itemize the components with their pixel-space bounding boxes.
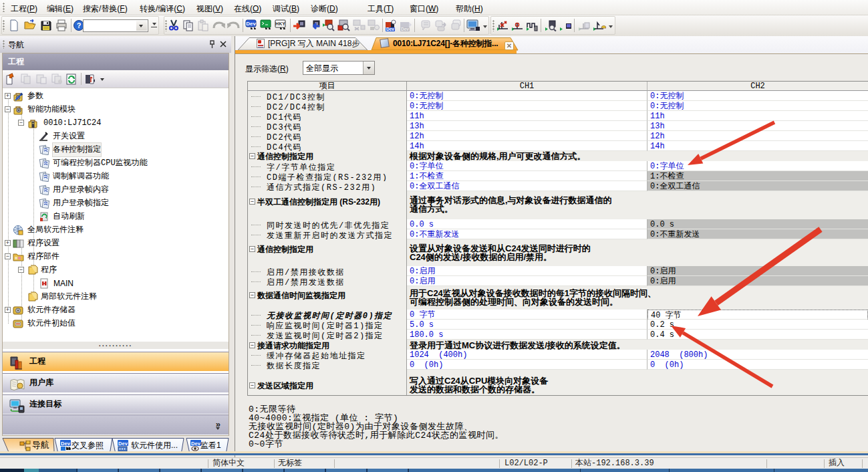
svg-text:Dev: Dev (386, 27, 394, 31)
svg-text:?: ? (77, 21, 82, 29)
svg-text:Dev: Dev (246, 21, 256, 27)
svg-text:Dev: Dev (191, 441, 201, 447)
svg-text:Dev: Dev (401, 27, 409, 31)
svg-text:Dev: Dev (61, 441, 71, 447)
svg-text:Dev: Dev (118, 441, 128, 447)
svg-text:HKY: HKY (275, 21, 285, 26)
